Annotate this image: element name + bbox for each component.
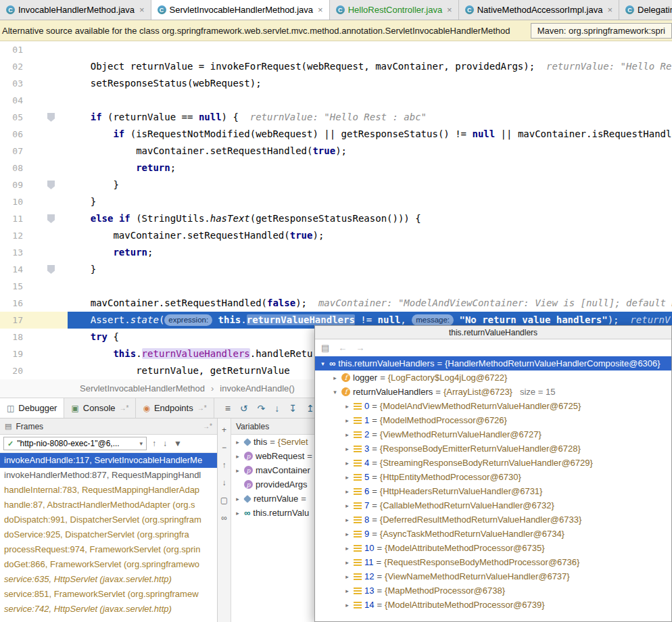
step-out-icon[interactable]: ↥ [306,403,314,414]
filter-frames-icon[interactable]: ▼ [174,439,182,448]
chevron-icon[interactable]: ▸ [331,375,339,381]
code-line[interactable]: 05 if (returnValue == null) { returnValu… [0,109,672,126]
stack-frame[interactable]: service:851, FrameworkServlet (org.sprin… [0,587,217,602]
code-line[interactable]: 10 } [0,193,672,210]
tree-row[interactable]: ▸14 = {ModelAttributeMethodProcessor@673… [315,598,671,612]
tool-tab-console[interactable]: ▣Console→* [64,398,136,418]
code-line[interactable]: 14 } [0,261,672,278]
breadcrumb-item[interactable]: invokeAndHandle() [220,383,295,393]
editor-tab[interactable]: CServletInvocableHandlerMethod.java× [151,0,330,20]
chevron-icon[interactable]: ▸ [343,431,351,438]
forward-icon[interactable]: → [356,343,364,353]
stack-frame[interactable]: doGet:866, FrameworkServlet (org.springf… [0,557,217,572]
stack-frame[interactable]: invokeHandlerMethod:877, RequestMappingH… [0,468,217,483]
code-line[interactable]: 08 return; [0,160,672,176]
chevron-icon[interactable]: ▸ [234,439,241,446]
chevron-icon[interactable]: ▸ [343,488,351,495]
tree-row[interactable]: ▸1 = {ModelMethodProcessor@6726} [315,413,671,427]
layout-settings-icon[interactable]: ≡ [225,403,231,414]
tree-row[interactable]: ▸4 = {StreamingResponseBodyReturnValueHa… [315,456,671,470]
chevron-icon[interactable]: ▸ [234,510,241,517]
tree-row[interactable]: ▸9 = {AsyncTaskMethodReturnValueHandler@… [315,527,671,541]
step-into-icon[interactable]: ↓ [274,403,279,414]
bookmark-icon[interactable] [47,113,55,122]
bookmark-icon[interactable] [47,214,55,223]
code-line[interactable]: 13 return; [0,244,672,261]
frame-down-icon[interactable]: ↓ [163,439,167,448]
chevron-icon[interactable]: ▸ [343,517,351,523]
chevron-icon[interactable]: ▸ [343,446,351,452]
tree-row[interactable]: ▸10 = {ModelAttributeMethodProcessor@673… [315,541,671,555]
maven-source-button[interactable]: Maven: org.springframework:spri [531,23,672,39]
tree-row[interactable]: ▸5 = {HttpEntityMethodProcessor@6730} [315,470,671,484]
move-down-icon[interactable]: ↓ [222,478,226,487]
tree-row[interactable]: ▸0 = {ModelAndViewMethodReturnValueHandl… [315,399,671,413]
chevron-icon[interactable]: ▸ [343,403,351,410]
tool-tab-endpoints[interactable]: ◉Endpoints→* [136,398,214,418]
bookmark-icon[interactable] [47,181,55,189]
stack-frame[interactable]: doService:925, DispatcherServlet (org.sp… [0,527,217,542]
close-icon[interactable]: × [318,5,323,15]
tree-row[interactable]: ▸12 = {ViewNameMethodReturnValueHandler@… [315,569,671,583]
code-line[interactable]: 11 else if (StringUtils.hasText(getRespo… [0,210,672,227]
tree-row[interactable]: ▸7 = {CallableMethodReturnValueHandler@6… [315,498,671,512]
rerun-icon[interactable]: ↺ [240,403,248,414]
chevron-icon[interactable]: ▸ [343,417,351,424]
force-step-into-icon[interactable]: ↧ [289,403,297,414]
chevron-icon[interactable]: ▸ [343,602,351,608]
tree-row[interactable]: ▸3 = {ResponseBodyEmitterReturnValueHand… [315,441,671,456]
tree-row[interactable]: ▸flogger = {LogFactory$Log4jLog@6722} [315,370,671,385]
stack-frame[interactable]: handleInternal:783, RequestMappingHandle… [0,483,217,498]
add-watch-icon[interactable]: + [222,425,226,435]
code-line[interactable]: 07 mavContainer.setRequestHandled(true); [0,143,672,160]
chevron-icon[interactable]: ▸ [234,467,241,474]
tree-row[interactable]: ▸8 = {DeferredResultMethodReturnValueHan… [315,512,671,527]
editor-tab[interactable]: CNativeMethodAccessorImpl.java× [459,0,619,20]
thread-dropdown[interactable]: ✓ "http-nio-8080-exec-1"@6,... ▾ [3,437,147,450]
stack-frame[interactable]: handle:87, AbstractHandlerMethodAdapter … [0,498,217,512]
stack-frame[interactable]: invokeAndHandle:117, ServletInvocableHan… [0,453,217,468]
breadcrumb-item[interactable]: ServletInvocableHandlerMethod [80,383,205,393]
bookmark-icon[interactable] [47,265,55,274]
chevron-icon[interactable]: ▸ [343,559,351,566]
code-line[interactable]: 04 [0,92,672,109]
chevron-icon[interactable]: ▸ [343,531,351,537]
step-over-icon[interactable]: ↷ [258,403,266,414]
remove-watch-icon[interactable]: − [222,443,226,452]
editor-tab[interactable]: CInvocableHandlerMethod.java× [0,0,151,20]
code-line[interactable]: 12 mavContainer.setRequestHandled(true); [0,227,672,244]
tree-row[interactable]: ▸11 = {RequestResponseBodyMethodProcesso… [315,555,671,569]
frames-header-action[interactable]: →* [203,423,212,430]
chevron-icon[interactable]: ▸ [343,474,351,481]
code-line[interactable]: 09 } [0,176,672,193]
chevron-icon[interactable]: ▾ [331,389,339,396]
stack-frame[interactable]: service:742, HttpServlet (javax.servlet.… [0,602,217,617]
stack-frame[interactable]: doDispatch:991, DispatcherServlet (org.s… [0,512,217,527]
chevron-icon[interactable]: ▸ [343,460,351,466]
stack-frame[interactable]: processRequest:974, FrameworkServlet (or… [0,542,217,557]
code-line[interactable]: 15 [0,278,672,295]
editor-tab[interactable]: CDelegatingMe [619,0,672,20]
close-icon[interactable]: × [447,5,452,15]
tree-row[interactable]: ▾freturnValueHandlers = {ArrayList@6723}… [315,385,671,399]
close-icon[interactable]: × [607,5,613,15]
back-icon[interactable]: ← [338,343,347,353]
code-line[interactable]: 02 Object returnValue = invokeForRequest… [0,58,672,75]
chevron-icon[interactable]: ▸ [234,496,241,502]
code-line[interactable]: 06 if (isRequestNotModified(webRequest) … [0,126,672,143]
evaluate-icon[interactable]: ∞ [221,513,227,523]
duplicate-icon[interactable]: ▢ [220,496,228,505]
code-line[interactable]: 16 mavContainer.setRequestHandled(false)… [0,295,672,312]
chevron-icon[interactable]: ▸ [234,453,241,460]
editor-tab[interactable]: CHelloRestController.java× [330,0,459,20]
code-line[interactable]: 03 setResponseStatus(webRequest); [0,75,672,92]
chevron-icon[interactable]: ▸ [343,502,351,509]
close-icon[interactable]: × [139,5,145,15]
chevron-icon[interactable]: ▸ [343,545,351,552]
chevron-icon[interactable]: ▸ [343,573,351,580]
move-up-icon[interactable]: ↑ [222,460,226,470]
view-options-icon[interactable]: ▤ [321,343,329,353]
tree-row[interactable]: ▸6 = {HttpHeadersReturnValueHandler@6731… [315,484,671,498]
chevron-icon[interactable]: ▾ [319,360,327,367]
tree-row[interactable]: ▸2 = {ViewMethodReturnValueHandler@6727} [315,427,671,441]
